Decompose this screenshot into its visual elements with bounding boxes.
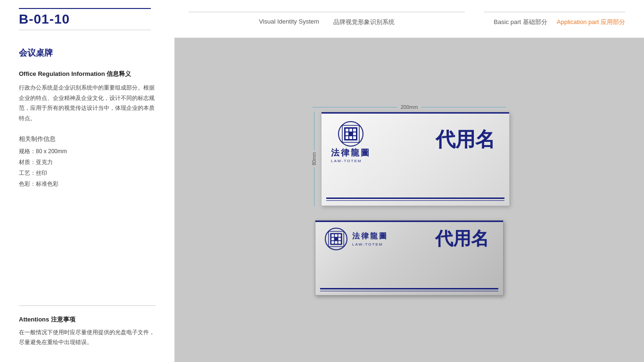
card-logo: 法律龍圖 LAW-TOTEM bbox=[331, 121, 371, 163]
left-panel: 会议桌牌 Office Regulation Information 信息释义 … bbox=[0, 38, 174, 362]
attention-heading: Attentions 注意事项 bbox=[19, 315, 156, 324]
svg-rect-5 bbox=[346, 132, 348, 135]
brand-text: 法律龍圖 LAW-TOTEM bbox=[331, 148, 371, 163]
panel-divider bbox=[19, 305, 156, 306]
card2-bottom-thick bbox=[320, 288, 498, 289]
header-left: B-01-10 bbox=[19, 8, 170, 30]
card2-brand-text: 法律龍圖 LAW-TOTEM bbox=[352, 231, 388, 247]
logo-circle bbox=[338, 121, 363, 147]
header-bottom-divider bbox=[19, 30, 151, 30]
production-info: 相关制作信息 规格：80 x 200mm 材质：亚克力 工艺：丝印 色彩：标准色… bbox=[19, 135, 156, 189]
dim-line-left bbox=[313, 107, 397, 107]
dim-width-label: 200mm bbox=[397, 104, 422, 110]
vis-label: Visual Identity System bbox=[259, 18, 319, 26]
dim-line-right bbox=[421, 107, 506, 107]
card2-content: 法律龍圖 LAW-TOTEM 代用名 bbox=[315, 222, 503, 288]
card2-bottom-thin bbox=[320, 291, 498, 292]
svg-rect-14 bbox=[335, 234, 337, 237]
svg-rect-4 bbox=[353, 129, 356, 132]
card2-logo-svg bbox=[328, 230, 345, 247]
dimension-top-row: 200mm bbox=[313, 104, 506, 110]
header-right: Basic part 基础部分 Application part 应用部分 bbox=[484, 12, 625, 26]
card2-logo-circle bbox=[325, 228, 347, 250]
section-title: 会议桌牌 bbox=[19, 47, 156, 60]
attention-text: 在一般情况下使用时应尽量使用提供的光盘电子文件，尽量避免在重绘中出现错误。 bbox=[19, 328, 156, 348]
production-item-2: 工艺：丝印 bbox=[19, 168, 156, 179]
production-title: 相关制作信息 bbox=[19, 135, 156, 143]
placeholder-name-1: 代用名 bbox=[436, 126, 495, 153]
name-card-2: 法律龍圖 LAW-TOTEM 代用名 bbox=[315, 220, 504, 296]
placeholder-name-2: 代用名 bbox=[435, 227, 489, 251]
production-item-3: 色彩：标准色彩 bbox=[19, 179, 156, 189]
production-item-1: 材质：亚克力 bbox=[19, 157, 156, 168]
page-code: B-01-10 bbox=[19, 12, 170, 27]
dim-height-label: 80mm bbox=[312, 150, 317, 167]
right-top-line bbox=[484, 12, 625, 12]
card1-row: 80mm bbox=[309, 112, 510, 206]
bottom-line-thick bbox=[326, 197, 504, 199]
svg-rect-21 bbox=[339, 241, 341, 244]
svg-rect-6 bbox=[349, 132, 352, 135]
right-panel: 200mm 80mm bbox=[174, 38, 644, 362]
header-top-divider bbox=[19, 8, 151, 9]
svg-rect-7 bbox=[353, 132, 356, 135]
svg-rect-9 bbox=[349, 136, 352, 139]
card2-brand-english: LAW-TOTEM bbox=[352, 242, 388, 247]
svg-rect-18 bbox=[339, 238, 341, 240]
dim-line-top bbox=[314, 112, 314, 150]
production-item-0: 规格：80 x 200mm bbox=[19, 146, 156, 157]
card2-brand-row: 法律龍圖 LAW-TOTEM bbox=[325, 228, 388, 250]
header: B-01-10 Visual Identity System 品牌视觉形象识别系… bbox=[0, 0, 644, 38]
name-card-1: 法律龍圖 LAW-TOTEM 代用名 bbox=[321, 112, 510, 206]
header-center: Visual Identity System 品牌视觉形象识别系统 bbox=[170, 12, 484, 26]
header-center-labels: Visual Identity System 品牌视觉形象识别系统 bbox=[259, 18, 395, 26]
dim-line-bottom bbox=[314, 167, 314, 206]
card2-bottom bbox=[315, 288, 503, 296]
svg-rect-17 bbox=[335, 238, 337, 240]
basic-part-label: Basic part 基础部分 bbox=[494, 18, 547, 26]
application-part-label: Application part 应用部分 bbox=[557, 18, 625, 26]
card-content: 法律龍圖 LAW-TOTEM 代用名 bbox=[322, 114, 509, 197]
brand-label: 品牌视觉形象识别系统 bbox=[333, 18, 395, 26]
svg-rect-15 bbox=[339, 234, 341, 237]
svg-rect-8 bbox=[346, 136, 348, 139]
svg-rect-3 bbox=[349, 129, 352, 132]
svg-rect-2 bbox=[346, 129, 348, 132]
svg-rect-10 bbox=[353, 136, 356, 139]
card2-wrapper: 法律龍圖 LAW-TOTEM 代用名 bbox=[315, 220, 504, 296]
info-heading: Office Regulation Information 信息释义 bbox=[19, 70, 156, 78]
main-content: 会议桌牌 Office Regulation Information 信息释义 … bbox=[0, 38, 644, 362]
svg-rect-19 bbox=[331, 241, 334, 244]
svg-rect-16 bbox=[331, 238, 334, 240]
svg-rect-20 bbox=[335, 241, 337, 244]
brand-english: LAW-TOTEM bbox=[331, 159, 371, 163]
svg-rect-13 bbox=[331, 234, 334, 237]
bottom-line-thin bbox=[326, 200, 504, 201]
card2-logo-area: 法律龍圖 LAW-TOTEM bbox=[325, 228, 388, 250]
brand-chinese: 法律龍圖 bbox=[331, 148, 371, 158]
info-text: 行政办公系统是企业识别系统中的重要组成部分。根据企业的特点、企业精神及企业文化，… bbox=[19, 83, 156, 123]
header-right-labels: Basic part 基础部分 Application part 应用部分 bbox=[494, 18, 625, 26]
logo-svg bbox=[341, 124, 360, 143]
card2-brand-chinese: 法律龍圖 bbox=[352, 231, 388, 241]
card1-wrapper: 200mm 80mm bbox=[309, 104, 510, 206]
card-bottom bbox=[322, 197, 509, 206]
center-top-line bbox=[189, 12, 465, 12]
dim-height-wrapper: 80mm bbox=[309, 112, 319, 206]
